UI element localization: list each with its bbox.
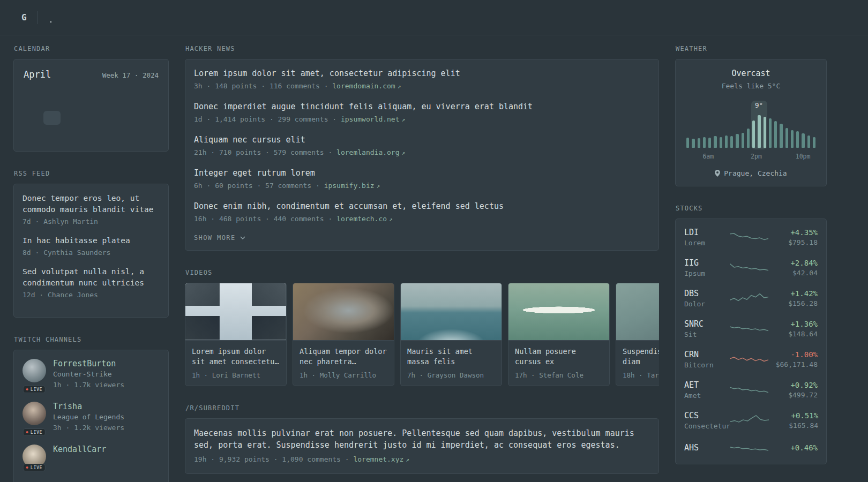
video-title[interactable]: Aliquam tempor dolor nec pharetra… xyxy=(300,347,387,367)
app-logo[interactable]: G xyxy=(21,12,27,22)
stock-row[interactable]: SNRC Sit +1.36% $148.64 xyxy=(684,319,818,338)
live-label: LIVE xyxy=(31,387,42,392)
hackernews-domain-link[interactable]: loremdomain.com↗ xyxy=(332,82,401,90)
hackernews-domain: ipsumworld.net xyxy=(341,115,400,123)
stock-row[interactable]: LDI Lorem +4.35% $795.18 xyxy=(684,228,818,247)
stock-row[interactable]: CRN Bitcorn -1.00% $66,171.48 xyxy=(684,350,818,369)
page-tab[interactable] xyxy=(65,15,66,22)
avatar: LIVE xyxy=(23,402,46,433)
page-tab[interactable] xyxy=(80,15,81,22)
video-info: Lorem ipsum dolor sit amet consectetu… 1… xyxy=(185,341,286,386)
twitch-channel-name[interactable]: Trisha xyxy=(53,402,124,411)
stock-row[interactable]: DBS Dolor +1.42% $156.28 xyxy=(684,289,818,308)
rss-item: Donec tempor eros leo, ut commodo mauris… xyxy=(23,193,160,227)
weather-bar xyxy=(703,137,706,148)
calendar-days xyxy=(23,93,160,142)
video-card[interactable]: Mauris sit amet massa felis 7h · Grayson… xyxy=(400,283,502,386)
avatar: LIVE xyxy=(23,445,46,468)
hackernews-domain-link[interactable]: loremtech.co↗ xyxy=(336,215,393,223)
rss-item-title[interactable]: Donec tempor eros leo, ut commodo mauris… xyxy=(23,193,160,215)
hackernews-domain-link[interactable]: loremlandia.org↗ xyxy=(336,148,405,156)
hackernews-title[interactable]: Lorem ipsum dolor sit amet, consectetur … xyxy=(194,68,650,79)
videos-carousel: Lorem ipsum dolor sit amet consectetu… 1… xyxy=(185,283,659,386)
stock-name: Lorem xyxy=(684,239,730,247)
video-thumbnail[interactable] xyxy=(293,283,394,341)
hackernews-card: Lorem ipsum dolor sit amet, consectetur … xyxy=(185,59,659,251)
stock-row[interactable]: AHS +0.46% xyxy=(684,441,818,455)
twitch-channel[interactable]: LIVE ForrestBurton Counter-Strike 1h · 1… xyxy=(23,359,160,390)
stock-row[interactable]: CCS Consectetur +0.51% $165.84 xyxy=(684,411,818,430)
stock-change: +2.84% xyxy=(768,259,818,267)
widget-title-weather: WEATHER xyxy=(676,45,827,52)
hackernews-title[interactable]: Aliquam nec cursus elit xyxy=(194,134,650,146)
calendar-day xyxy=(101,93,121,109)
stock-name: Sit xyxy=(684,330,730,338)
live-label: LIVE xyxy=(31,465,42,470)
video-thumbnail[interactable] xyxy=(508,283,609,341)
stock-change: +0.92% xyxy=(768,381,818,389)
weather-bar xyxy=(708,138,711,148)
subreddit-widget: /R/SUBREDDIT Maecenas mollis pulvinar er… xyxy=(185,404,659,474)
hackernews-show-more-button[interactable]: SHOW MORE xyxy=(194,234,245,242)
stock-values: +1.42% $156.28 xyxy=(768,289,818,307)
weather-hourly-chart: 9° xyxy=(684,101,818,148)
twitch-category: Counter-Strike xyxy=(53,370,124,378)
subreddit-domain-link[interactable]: loremnet.xyz↗ xyxy=(353,455,409,463)
external-link-icon: ↗ xyxy=(402,116,406,123)
rss-item-title[interactable]: In hac habitasse platea xyxy=(23,235,160,246)
video-thumbnail[interactable] xyxy=(616,283,659,341)
stock-identity: IIG Ipsum xyxy=(684,258,730,277)
video-thumbnail[interactable] xyxy=(185,283,286,341)
video-card[interactable]: Lorem ipsum dolor sit amet consectetu… 1… xyxy=(185,283,287,386)
rss-item-title[interactable]: Sed volutpat nulla nisl, a condimentum n… xyxy=(23,266,160,289)
video-card[interactable]: Nullam posuere cursus ex 17h · Stefan Co… xyxy=(508,283,610,386)
stock-sparkline xyxy=(730,352,768,366)
live-dot-icon xyxy=(26,388,28,390)
hackernews-title[interactable]: Integer eget rutrum lorem xyxy=(194,168,650,179)
stock-price: $148.64 xyxy=(768,330,818,338)
stock-symbol: DBS xyxy=(684,289,730,298)
video-thumbnail[interactable] xyxy=(401,283,502,341)
calendar-day xyxy=(81,126,101,142)
live-dot-icon xyxy=(26,466,28,469)
video-title[interactable]: Mauris sit amet massa felis xyxy=(407,347,495,367)
top-bar: G xyxy=(0,0,868,35)
calendar-month: April xyxy=(24,69,51,80)
video-card[interactable]: Aliquam tempor dolor nec pharetra… 1h · … xyxy=(293,283,394,386)
stock-name: Dolor xyxy=(684,300,730,308)
hackernews-domain-link[interactable]: ipsumify.biz↗ xyxy=(324,182,380,190)
hackernews-title[interactable]: Donec imperdiet augue tincidunt felis al… xyxy=(194,101,650,112)
rss-widget: RSS FEED Donec tempor eros leo, ut commo… xyxy=(13,170,169,318)
stock-symbol: IIG xyxy=(684,258,730,268)
stock-name: Amet xyxy=(684,391,730,400)
subreddit-meta: 19h · 9,932 points · 1,090 comments · lo… xyxy=(194,454,650,465)
calendar-day xyxy=(62,93,81,109)
left-column: CALENDAR April Week 17 · 2024 RSS FEED xyxy=(13,45,169,482)
weather-location: Prague, Czechia xyxy=(684,169,818,177)
hackernews-domain-link[interactable]: ipsumworld.net↗ xyxy=(341,115,405,123)
stock-name: Consectetur xyxy=(684,422,730,430)
video-title[interactable]: Lorem ipsum dolor sit amet consectetu… xyxy=(192,347,280,367)
hackernews-domain: ipsumify.biz xyxy=(324,182,375,190)
weather-bar xyxy=(780,124,782,148)
video-title[interactable]: Nullam posuere cursus ex xyxy=(515,347,603,367)
page-tab[interactable] xyxy=(50,15,51,22)
widget-title-rss: RSS FEED xyxy=(14,170,169,177)
video-card[interactable]: Suspendisse sodales diam 18h · Tara xyxy=(616,283,659,386)
twitch-channel[interactable]: LIVE KendallCarr xyxy=(23,445,160,468)
stock-sparkline xyxy=(730,230,768,244)
rss-item: In hac habitasse platea 8d · Cynthia Sau… xyxy=(23,235,160,258)
twitch-channel[interactable]: LIVE Trisha League of Legends 3h · 1.2k … xyxy=(23,402,160,433)
stock-row[interactable]: AET Amet +0.92% $499.72 xyxy=(684,380,818,400)
live-badge: LIVE xyxy=(23,428,46,436)
twitch-channel-name[interactable]: ForrestBurton xyxy=(53,359,124,368)
header-divider xyxy=(37,11,38,24)
calendar-day xyxy=(101,109,121,126)
twitch-channel-name[interactable]: KendallCarr xyxy=(53,445,106,454)
hackernews-title[interactable]: Donec enim nibh, condimentum et accumsan… xyxy=(194,201,650,212)
page-tab[interactable] xyxy=(95,15,96,22)
stock-row[interactable]: IIG Ipsum +2.84% $42.04 xyxy=(684,258,818,277)
weather-time-label: 6am xyxy=(702,153,714,160)
subreddit-post-title[interactable]: Maecenas mollis pulvinar erat non posuer… xyxy=(194,427,650,451)
video-title[interactable]: Suspendisse sodales diam xyxy=(623,347,659,367)
